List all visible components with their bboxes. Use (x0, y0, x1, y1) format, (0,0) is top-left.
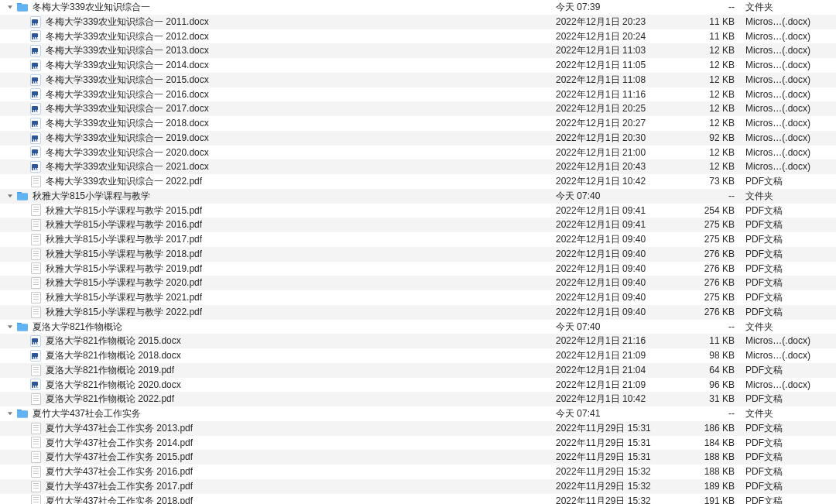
file-name[interactable]: 夏洛大学821作物概论 2019.pdf (46, 363, 174, 378)
file-row[interactable]: 冬梅大学339农业知识综合一 2022.pdf2022年12月1日 10:427… (0, 174, 836, 189)
file-name[interactable]: 冬梅大学339农业知识综合一 2020.docx (46, 146, 209, 160)
file-name[interactable]: 冬梅大学339农业知识综合一 2013.docx (46, 43, 209, 58)
file-row[interactable]: 冬梅大学339农业知识综合一 2020.docx2022年12月1日 21:00… (0, 146, 836, 160)
file-name[interactable]: 秋雅大学815小学课程与教学 2015.pdf (46, 204, 202, 218)
file-row[interactable]: 秋雅大学815小学课程与教学 2022.pdf2022年12月1日 09:402… (0, 305, 836, 320)
name-cell[interactable]: 夏竹大学437社会工作实务 2017.pdf (0, 479, 551, 494)
file-row[interactable]: 秋雅大学815小学课程与教学 2019.pdf2022年12月1日 09:402… (0, 262, 836, 276)
name-cell[interactable]: 夏洛大学821作物概论 2022.pdf (0, 392, 551, 406)
file-name[interactable]: 夏竹大学437社会工作实务 2013.pdf (46, 421, 193, 436)
file-name[interactable]: 夏竹大学437社会工作实务 2015.pdf (46, 450, 193, 465)
file-name[interactable]: 冬梅大学339农业知识综合一 2014.docx (46, 58, 209, 73)
file-name[interactable]: 秋雅大学815小学课程与教学 2020.pdf (46, 276, 202, 290)
name-cell[interactable]: 夏洛大学821作物概论 2020.docx (0, 378, 551, 393)
disclosure-triangle-icon[interactable] (6, 323, 14, 331)
name-cell[interactable]: 夏洛大学821作物概论 2019.pdf (0, 363, 551, 378)
file-row[interactable]: 冬梅大学339农业知识综合一 2017.docx2022年12月1日 20:25… (0, 101, 836, 116)
file-name[interactable]: 秋雅大学815小学课程与教学 (33, 189, 150, 204)
disclosure-triangle-icon[interactable] (6, 192, 14, 200)
name-cell[interactable]: 夏竹大学437社会工作实务 (0, 406, 551, 421)
file-name[interactable]: 冬梅大学339农业知识综合一 2021.docx (46, 159, 209, 174)
file-name[interactable]: 夏洛大学821作物概论 2022.pdf (46, 392, 174, 406)
file-row[interactable]: 夏竹大学437社会工作实务 2018.pdf2022年11月29日 15:321… (0, 494, 836, 505)
file-row[interactable]: 夏洛大学821作物概论 2020.docx2022年12月1日 21:0996 … (0, 378, 836, 393)
file-row[interactable]: 夏洛大学821作物概论 2018.docx2022年12月1日 21:0998 … (0, 348, 836, 363)
name-cell[interactable]: 冬梅大学339农业知识综合一 2015.docx (0, 73, 551, 87)
file-name[interactable]: 秋雅大学815小学课程与教学 2017.pdf (46, 232, 202, 247)
name-cell[interactable]: 冬梅大学339农业知识综合一 2011.docx (0, 15, 551, 29)
file-row[interactable]: 夏竹大学437社会工作实务 2016.pdf2022年11月29日 15:321… (0, 465, 836, 479)
name-cell[interactable]: 秋雅大学815小学课程与教学 2017.pdf (0, 232, 551, 247)
file-name[interactable]: 夏洛大学821作物概论 (33, 320, 122, 334)
file-row[interactable]: 冬梅大学339农业知识综合一 2015.docx2022年12月1日 11:08… (0, 73, 836, 87)
name-cell[interactable]: 秋雅大学815小学课程与教学 2022.pdf (0, 305, 551, 320)
file-name[interactable]: 冬梅大学339农业知识综合一 2016.docx (46, 87, 209, 102)
name-cell[interactable]: 冬梅大学339农业知识综合一 2022.pdf (0, 174, 551, 189)
file-row[interactable]: 秋雅大学815小学课程与教学 2017.pdf2022年12月1日 09:402… (0, 232, 836, 247)
file-name[interactable]: 夏竹大学437社会工作实务 2018.pdf (46, 494, 193, 505)
name-cell[interactable]: 夏竹大学437社会工作实务 2013.pdf (0, 421, 551, 436)
file-name[interactable]: 冬梅大学339农业知识综合一 2019.docx (46, 131, 209, 146)
file-row[interactable]: 秋雅大学815小学课程与教学 2015.pdf2022年12月1日 09:412… (0, 204, 836, 218)
name-cell[interactable]: 夏洛大学821作物概论 2015.docx (0, 334, 551, 348)
file-row[interactable]: 夏竹大学437社会工作实务 2013.pdf2022年11月29日 15:311… (0, 421, 836, 436)
name-cell[interactable]: 夏竹大学437社会工作实务 2014.pdf (0, 436, 551, 451)
folder-row[interactable]: 夏竹大学437社会工作实务今天 07:41--文件夹 (0, 406, 836, 421)
file-name[interactable]: 冬梅大学339农业知识综合一 2017.docx (46, 101, 209, 116)
file-row[interactable]: 冬梅大学339农业知识综合一 2019.docx2022年12月1日 20:30… (0, 131, 836, 146)
name-cell[interactable]: 秋雅大学815小学课程与教学 2020.pdf (0, 276, 551, 290)
file-row[interactable]: 秋雅大学815小学课程与教学 2021.pdf2022年12月1日 09:402… (0, 290, 836, 305)
name-cell[interactable]: 秋雅大学815小学课程与教学 2019.pdf (0, 262, 551, 276)
file-name[interactable]: 冬梅大学339农业知识综合一 2012.docx (46, 29, 209, 44)
file-row[interactable]: 冬梅大学339农业知识综合一 2018.docx2022年12月1日 20:27… (0, 116, 836, 131)
file-row[interactable]: 夏竹大学437社会工作实务 2014.pdf2022年11月29日 15:311… (0, 436, 836, 451)
file-name[interactable]: 秋雅大学815小学课程与教学 2019.pdf (46, 262, 202, 276)
file-name[interactable]: 冬梅大学339农业知识综合一 2015.docx (46, 73, 209, 87)
file-name[interactable]: 夏竹大学437社会工作实务 (33, 406, 141, 421)
file-row[interactable]: 冬梅大学339农业知识综合一 2011.docx2022年12月1日 20:23… (0, 15, 836, 29)
file-name[interactable]: 夏竹大学437社会工作实务 2016.pdf (46, 465, 193, 479)
name-cell[interactable]: 冬梅大学339农业知识综合一 2021.docx (0, 159, 551, 174)
file-name[interactable]: 夏洛大学821作物概论 2015.docx (46, 334, 181, 348)
name-cell[interactable]: 冬梅大学339农业知识综合一 2019.docx (0, 131, 551, 146)
folder-row[interactable]: 冬梅大学339农业知识综合一今天 07:39--文件夹 (0, 0, 836, 15)
file-name[interactable]: 秋雅大学815小学课程与教学 2022.pdf (46, 305, 202, 320)
name-cell[interactable]: 冬梅大学339农业知识综合一 2017.docx (0, 101, 551, 116)
file-name[interactable]: 夏洛大学821作物概论 2020.docx (46, 378, 181, 393)
file-row[interactable]: 夏洛大学821作物概论 2015.docx2022年12月1日 21:1611 … (0, 334, 836, 348)
file-row[interactable]: 冬梅大学339农业知识综合一 2012.docx2022年12月1日 20:24… (0, 29, 836, 44)
file-row[interactable]: 夏竹大学437社会工作实务 2017.pdf2022年11月29日 15:321… (0, 479, 836, 494)
disclosure-triangle-icon[interactable] (6, 410, 14, 417)
file-name[interactable]: 冬梅大学339农业知识综合一 2022.pdf (46, 174, 202, 189)
name-cell[interactable]: 夏竹大学437社会工作实务 2015.pdf (0, 450, 551, 465)
name-cell[interactable]: 夏竹大学437社会工作实务 2018.pdf (0, 494, 551, 505)
name-cell[interactable]: 夏洛大学821作物概论 (0, 320, 551, 334)
file-name[interactable]: 冬梅大学339农业知识综合一 2011.docx (46, 15, 209, 29)
file-name[interactable]: 夏竹大学437社会工作实务 2017.pdf (46, 479, 193, 494)
name-cell[interactable]: 冬梅大学339农业知识综合一 2018.docx (0, 116, 551, 131)
file-row[interactable]: 夏洛大学821作物概论 2022.pdf2022年12月1日 10:4231 K… (0, 392, 836, 406)
file-name[interactable]: 冬梅大学339农业知识综合一 2018.docx (46, 116, 209, 131)
name-cell[interactable]: 冬梅大学339农业知识综合一 2012.docx (0, 29, 551, 44)
file-row[interactable]: 夏竹大学437社会工作实务 2015.pdf2022年11月29日 15:311… (0, 450, 836, 465)
disclosure-triangle-icon[interactable] (6, 3, 14, 11)
file-name[interactable]: 秋雅大学815小学课程与教学 2021.pdf (46, 290, 202, 305)
file-row[interactable]: 冬梅大学339农业知识综合一 2021.docx2022年12月1日 20:43… (0, 159, 836, 174)
name-cell[interactable]: 秋雅大学815小学课程与教学 2016.pdf (0, 218, 551, 232)
name-cell[interactable]: 秋雅大学815小学课程与教学 2021.pdf (0, 290, 551, 305)
file-row[interactable]: 冬梅大学339农业知识综合一 2013.docx2022年12月1日 11:03… (0, 43, 836, 58)
name-cell[interactable]: 冬梅大学339农业知识综合一 2016.docx (0, 87, 551, 102)
name-cell[interactable]: 冬梅大学339农业知识综合一 2020.docx (0, 146, 551, 160)
file-name[interactable]: 秋雅大学815小学课程与教学 2018.pdf (46, 247, 202, 262)
name-cell[interactable]: 冬梅大学339农业知识综合一 2013.docx (0, 43, 551, 58)
folder-row[interactable]: 秋雅大学815小学课程与教学今天 07:40--文件夹 (0, 189, 836, 204)
name-cell[interactable]: 秋雅大学815小学课程与教学 2015.pdf (0, 204, 551, 218)
name-cell[interactable]: 冬梅大学339农业知识综合一 (0, 0, 551, 15)
file-row[interactable]: 秋雅大学815小学课程与教学 2020.pdf2022年12月1日 09:402… (0, 276, 836, 290)
name-cell[interactable]: 秋雅大学815小学课程与教学 2018.pdf (0, 247, 551, 262)
name-cell[interactable]: 秋雅大学815小学课程与教学 (0, 189, 551, 204)
file-row[interactable]: 冬梅大学339农业知识综合一 2016.docx2022年12月1日 11:16… (0, 87, 836, 102)
name-cell[interactable]: 冬梅大学339农业知识综合一 2014.docx (0, 58, 551, 73)
file-name[interactable]: 夏竹大学437社会工作实务 2014.pdf (46, 436, 193, 451)
file-row[interactable]: 冬梅大学339农业知识综合一 2014.docx2022年12月1日 11:05… (0, 58, 836, 73)
